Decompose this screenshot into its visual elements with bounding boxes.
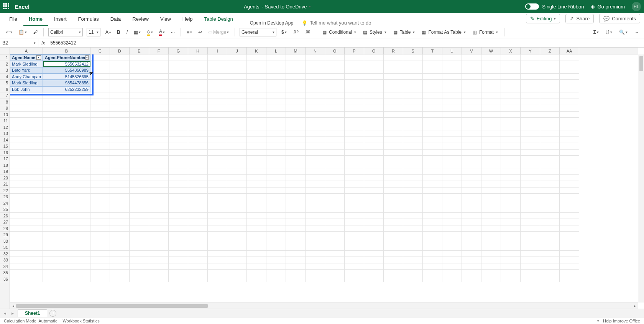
row-header-20[interactable]: 20: [0, 175, 10, 181]
tab-view[interactable]: View: [155, 14, 176, 26]
col-header-D[interactable]: D: [110, 48, 130, 54]
tab-formulas[interactable]: Formulas: [73, 14, 104, 26]
col-header-C[interactable]: C: [90, 48, 110, 54]
grow-font-button[interactable]: A▴: [104, 29, 112, 36]
format-as-table-button[interactable]: ▦Format As Table▾: [420, 29, 467, 36]
filter-icon[interactable]: ▾: [36, 55, 41, 60]
row-header-12[interactable]: 12: [0, 124, 10, 131]
hscroll-left-arrow[interactable]: ◂: [10, 304, 16, 308]
comments-button[interactable]: 💬 Comments: [599, 14, 640, 23]
col-header-F[interactable]: F: [149, 48, 169, 54]
row-header-35[interactable]: 35: [0, 270, 10, 276]
font-size-select[interactable]: 11▾: [87, 28, 100, 36]
row-header-23[interactable]: 23: [0, 194, 10, 200]
col-header-T[interactable]: T: [423, 48, 442, 54]
fx-icon[interactable]: fx: [38, 40, 48, 46]
col-header-I[interactable]: I: [208, 48, 227, 54]
tab-data[interactable]: Data: [105, 14, 126, 26]
row-header-1[interactable]: 1: [0, 54, 10, 61]
row-header-33[interactable]: 33: [0, 257, 10, 263]
accounting-format-button[interactable]: $▾: [280, 29, 288, 36]
table-cell[interactable]: 5556532412: [43, 61, 90, 67]
row-header-4[interactable]: 4: [0, 74, 10, 80]
row-header-14[interactable]: 14: [0, 137, 10, 143]
col-header-O[interactable]: O: [325, 48, 345, 54]
col-header-U[interactable]: U: [442, 48, 462, 54]
row-header-34[interactable]: 34: [0, 263, 10, 270]
undo-button[interactable]: ↶▾: [5, 29, 13, 36]
tab-help[interactable]: Help: [177, 14, 198, 26]
row-header-24[interactable]: 24: [0, 200, 10, 207]
horizontal-scrollbar[interactable]: ◂ ▸: [10, 303, 638, 309]
sheet-nav-prev[interactable]: ◂: [2, 311, 8, 316]
col-header-G[interactable]: G: [169, 48, 188, 54]
row-header-13[interactable]: 13: [0, 130, 10, 137]
table-cell[interactable]: Mark Siedling: [10, 61, 43, 67]
sheet-tab-sheet1[interactable]: Sheet1: [18, 309, 47, 317]
cells-area[interactable]: AgentName▾AgentPhoneNumber▾Mark Siedling…: [10, 54, 638, 303]
app-launcher-icon[interactable]: [3, 3, 10, 10]
col-header-E[interactable]: E: [130, 48, 149, 54]
table-cell[interactable]: Mark Siedling: [10, 80, 43, 86]
col-header-Z[interactable]: Z: [540, 48, 560, 54]
more-commands-button[interactable]: ···: [633, 29, 639, 36]
wrap-text-button[interactable]: ↩: [197, 29, 203, 36]
styles-button[interactable]: ▤Styles▾: [361, 29, 388, 36]
table-cell[interactable]: Bob John: [10, 86, 43, 93]
number-format-select[interactable]: General▾: [240, 28, 276, 36]
vscroll-thumb[interactable]: [639, 56, 643, 71]
row-header-15[interactable]: 15: [0, 143, 10, 150]
share-button[interactable]: ↗ Share: [565, 14, 594, 23]
row-header-36[interactable]: 36: [0, 276, 10, 283]
col-header-N[interactable]: N: [306, 48, 325, 54]
font-name-select[interactable]: Calibri▾: [48, 28, 83, 36]
merge-button[interactable]: ▭ Merge ▾: [207, 29, 230, 36]
row-header-11[interactable]: 11: [0, 118, 10, 124]
tab-table-design[interactable]: Table Design: [199, 14, 238, 26]
row-header-2[interactable]: 2: [0, 61, 10, 67]
row-header-26[interactable]: 26: [0, 213, 10, 219]
format-button[interactable]: ▥Format▾: [471, 29, 499, 36]
workbook-stats-label[interactable]: Workbook Statistics: [62, 319, 99, 323]
row-header-3[interactable]: 3: [0, 67, 10, 74]
row-header-31[interactable]: 31: [0, 244, 10, 251]
conditional-formatting-button[interactable]: ▦Conditional▾: [321, 29, 358, 36]
table-cell[interactable]: Andy Champan: [10, 74, 43, 80]
col-header-P[interactable]: P: [345, 48, 364, 54]
go-premium-button[interactable]: ◈ Go premium: [591, 3, 625, 10]
spreadsheet-grid[interactable]: ABCDEFGHIJKLMNOPQRSTUVWXYZAA 12345678910…: [0, 48, 644, 309]
row-header-27[interactable]: 27: [0, 219, 10, 225]
add-sheet-button[interactable]: +: [49, 310, 56, 317]
row-header-32[interactable]: 32: [0, 251, 10, 257]
hscroll-thumb[interactable]: [16, 304, 208, 308]
col-header-H[interactable]: H: [188, 48, 208, 54]
row-header-8[interactable]: 8: [0, 99, 10, 105]
status-chevron-icon[interactable]: ▾: [597, 319, 599, 323]
editing-mode-button[interactable]: ✎ Editing ▾: [526, 14, 560, 23]
table-cell[interactable]: 9854478856: [43, 80, 90, 86]
borders-button[interactable]: ▦▾: [133, 29, 142, 36]
table-cell[interactable]: 5145526695: [43, 74, 90, 80]
paste-button[interactable]: 📋▾: [17, 29, 28, 36]
italic-button[interactable]: I: [125, 29, 129, 36]
col-header-Y[interactable]: Y: [521, 48, 540, 54]
tab-review[interactable]: Review: [127, 14, 154, 26]
tab-insert[interactable]: Insert: [49, 14, 72, 26]
formula-input[interactable]: 5556532412: [48, 40, 644, 46]
col-header-K[interactable]: K: [247, 48, 266, 54]
format-painter-button[interactable]: 🖌: [32, 29, 39, 36]
tell-me-search[interactable]: 💡: [302, 20, 383, 26]
sheet-nav-next[interactable]: ▸: [10, 311, 15, 316]
data-table[interactable]: AgentName▾AgentPhoneNumber▾Mark Siedling…: [10, 54, 90, 92]
row-header-29[interactable]: 29: [0, 232, 10, 238]
align-button[interactable]: ≡▾: [186, 29, 193, 36]
find-button[interactable]: 🔍▾: [618, 29, 629, 36]
row-header-21[interactable]: 21: [0, 181, 10, 187]
row-header-17[interactable]: 17: [0, 156, 10, 162]
select-all-corner[interactable]: [0, 48, 10, 54]
col-header-R[interactable]: R: [384, 48, 403, 54]
row-header-10[interactable]: 10: [0, 112, 10, 118]
table-header[interactable]: AgentPhoneNumber▾: [43, 54, 90, 61]
table-cell[interactable]: 5554856989: [43, 67, 90, 74]
table-cell[interactable]: 6252232259: [43, 86, 90, 93]
